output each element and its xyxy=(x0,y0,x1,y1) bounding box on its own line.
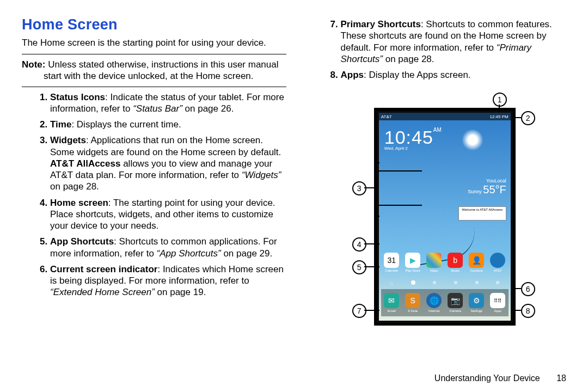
item-screen-indicator: Current screen indicator: Indicates whic… xyxy=(50,264,286,298)
dock-internet: 🌐Internet xyxy=(424,293,444,313)
device-frame: AT&T 12:45 PM 10:45AM Wed, April 2 YouLo… xyxy=(374,108,516,326)
callout-line xyxy=(513,288,521,289)
callout-8: 8 xyxy=(521,304,535,318)
callout-2: 2 xyxy=(521,111,535,125)
home-icon: ⌂ xyxy=(390,280,393,286)
item-primary-shortcuts: Primary Shortcuts: Shortcuts to common f… xyxy=(341,19,566,65)
callout-3: 3 xyxy=(352,181,366,195)
indicator-dot xyxy=(496,281,499,284)
app-shortcuts-row: 31Calendar ▶Play Store Maps bBeats 👤Cont… xyxy=(381,251,509,274)
figure: AT&T 12:45 PM 10:45AM Wed, April 2 YouLo… xyxy=(313,91,566,387)
label: Widgets xyxy=(50,135,86,145)
allaccess-widget: Welcome to AT&T AllAccess xyxy=(458,206,506,220)
item-home-screen: Home screen: The starting point for usin… xyxy=(50,197,286,232)
item-status-icons: Status Icons: Indicate the status of you… xyxy=(50,91,286,115)
callout-line xyxy=(364,187,374,188)
callout-line xyxy=(364,243,379,244)
dock-snote: SS Note xyxy=(403,293,422,313)
label: Time xyxy=(50,119,71,130)
indicator-dot xyxy=(433,281,436,284)
app-att: AT&T xyxy=(488,253,507,272)
label: Home screen xyxy=(50,198,108,208)
page: Home Screen The Home screen is the start… xyxy=(0,0,588,392)
weather-widget: YouLocal Sunny 55°F xyxy=(468,178,506,196)
figure-canvas: AT&T 12:45 PM 10:45AM Wed, April 2 YouLo… xyxy=(341,91,537,336)
label: Current screen indicator xyxy=(50,264,157,274)
feature-list-left: Status Icons: Indicate the status of you… xyxy=(22,91,286,298)
screen-indicator: ⌂ xyxy=(381,278,509,287)
callout-line xyxy=(378,205,422,206)
page-footer: Understanding Your Device 18 xyxy=(434,373,566,383)
callout-7: 7 xyxy=(352,304,366,318)
rule-bottom xyxy=(22,87,286,87)
section-title: Understanding Your Device xyxy=(434,373,540,383)
clock-widget: 10:45AM Wed, April 2 xyxy=(384,127,442,151)
callout-line xyxy=(513,117,521,118)
callout-5: 5 xyxy=(352,260,366,274)
page-number: 18 xyxy=(556,373,566,383)
callout-line xyxy=(364,266,379,267)
sun-icon xyxy=(462,129,483,151)
left-column: Home Screen The Home screen is the start… xyxy=(22,16,286,387)
callout-line xyxy=(513,310,521,311)
status-time: 12:45 PM xyxy=(490,114,509,119)
indicator-dot xyxy=(475,281,479,284)
device-screen: AT&T 12:45 PM 10:45AM Wed, April 2 YouLo… xyxy=(379,113,511,321)
app-maps: Maps xyxy=(424,253,444,272)
note-text: Unless stated otherwise, instructions in… xyxy=(44,59,278,81)
dock-apps: ⠿⠿Apps xyxy=(488,293,507,313)
callout-4: 4 xyxy=(352,237,366,252)
callout-line xyxy=(499,105,500,112)
status-bar: AT&T 12:45 PM xyxy=(379,113,511,120)
item-app-shortcuts: App Shortcuts: Shortcuts to common appli… xyxy=(50,236,286,259)
label: App Shortcuts xyxy=(50,236,114,247)
intro-text: The Home screen is the starting point fo… xyxy=(22,38,286,48)
app-calendar: 31Calendar xyxy=(382,253,401,272)
item-time: Time: Displays the current time. xyxy=(50,119,286,130)
clock-time: 10:45 xyxy=(384,127,433,148)
label: Primary Shortcuts xyxy=(341,19,421,29)
callout-6: 6 xyxy=(521,282,535,296)
dock-email: ✉Email xyxy=(382,293,401,313)
indicator-dot xyxy=(411,280,415,285)
rule-top xyxy=(22,54,286,54)
dock-camera: 📷Camera xyxy=(445,293,465,313)
feature-list-right: Primary Shortcuts: Shortcuts to common f… xyxy=(313,19,566,85)
app-contacts: 👤Contacts xyxy=(467,253,486,272)
callout-1: 1 xyxy=(493,93,507,107)
dock-settings: ⚙Settings xyxy=(467,293,486,313)
primary-shortcuts-dock: ✉Email SS Note 🌐Internet 📷Camera ⚙Settin… xyxy=(381,289,509,316)
clock-ampm: AM xyxy=(433,127,442,133)
callout-line xyxy=(364,310,379,311)
label: Apps xyxy=(341,70,364,80)
right-column: Primary Shortcuts: Shortcuts to common f… xyxy=(313,16,566,387)
app-beats: bBeats xyxy=(445,253,465,272)
note-label: Note: xyxy=(22,59,45,70)
indicator-dot xyxy=(454,281,457,284)
item-widgets: Widgets: Applications that run on the Ho… xyxy=(50,134,286,192)
callout-line xyxy=(378,170,422,171)
item-apps: Apps: Display the Apps screen. xyxy=(341,69,566,81)
heading-home-screen: Home Screen xyxy=(22,16,286,33)
label: Status Icons xyxy=(50,92,105,102)
carrier-label: AT&T xyxy=(381,114,392,119)
note-block: Note: Unless stated otherwise, instructi… xyxy=(22,59,286,82)
app-play-store: ▶Play Store xyxy=(403,253,422,272)
